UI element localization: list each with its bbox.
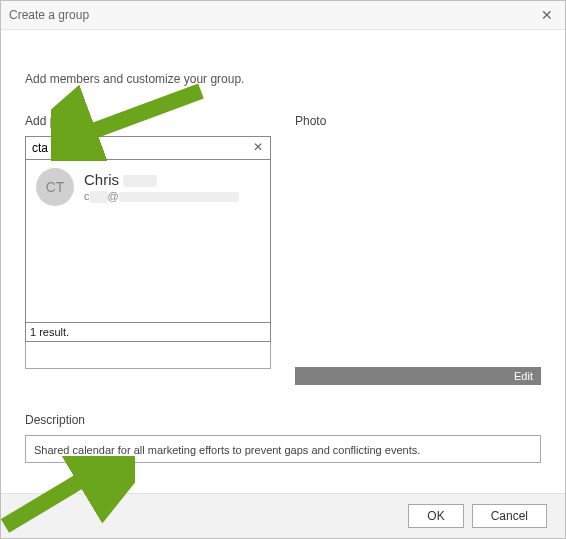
dialog-footer: OK Cancel: [1, 493, 565, 538]
redacted-block: [90, 191, 108, 203]
dialog-create-group: Create a group ✕ Add members and customi…: [0, 0, 566, 539]
avatar: CT: [36, 168, 74, 206]
titlebar: Create a group ✕: [1, 1, 565, 30]
add-people-search: ✕: [25, 136, 271, 160]
results-count: 1 result.: [26, 322, 270, 341]
clear-search-icon[interactable]: ✕: [250, 139, 266, 155]
result-email: c@: [84, 190, 239, 203]
description-text: Shared calendar for all marketing effort…: [34, 444, 420, 456]
instruction-text: Add members and customize your group.: [25, 72, 541, 86]
search-results-dropdown: CT Chris c@ 1 result.: [25, 160, 271, 342]
search-input[interactable]: [26, 137, 270, 159]
description-label: Description: [25, 413, 541, 427]
cancel-button[interactable]: Cancel: [472, 504, 547, 528]
window-title: Create a group: [9, 8, 537, 22]
close-icon[interactable]: ✕: [537, 5, 557, 25]
description-input[interactable]: Shared calendar for all marketing effort…: [25, 435, 541, 463]
email-prefix: c: [84, 190, 90, 202]
selected-people-box[interactable]: [25, 341, 271, 369]
search-result-item[interactable]: CT Chris c@: [26, 160, 270, 214]
redacted-block: [123, 175, 157, 187]
redacted-block: [119, 192, 239, 202]
edit-photo-label: Edit: [514, 370, 533, 382]
result-name: Chris: [84, 171, 239, 188]
email-at: @: [108, 190, 119, 202]
ok-button[interactable]: OK: [408, 504, 463, 528]
edit-photo-button[interactable]: Edit: [295, 367, 541, 385]
result-text: Chris c@: [84, 171, 239, 203]
result-name-text: Chris: [84, 171, 119, 188]
photo-label: Photo: [295, 114, 541, 128]
add-people-label: Add people: [25, 114, 271, 128]
content-area: Add members and customize your group. Ad…: [1, 30, 565, 463]
